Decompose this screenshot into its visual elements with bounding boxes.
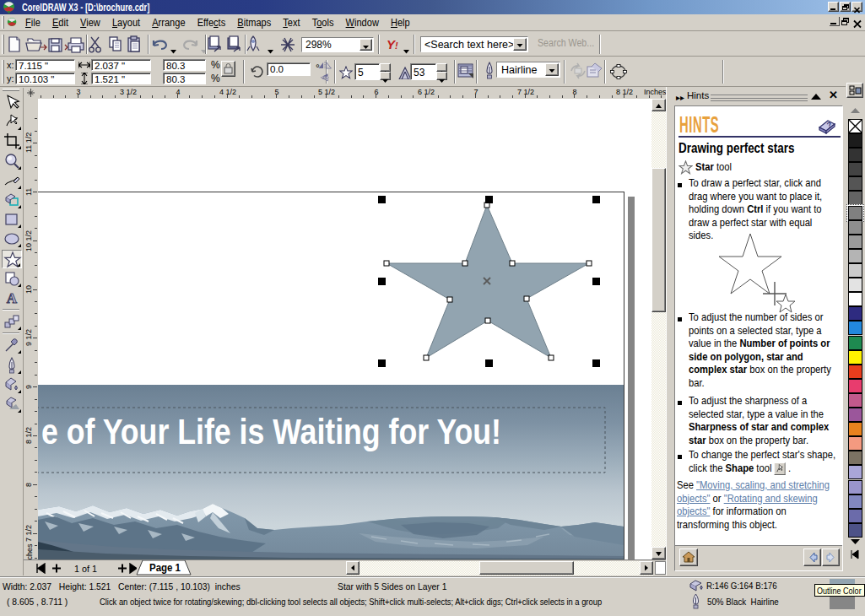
svg-text:1 of 1: 1 of 1	[74, 564, 97, 574]
svg-text:e of Your Life is Waiting for: e of Your Life is Waiting for You!	[41, 412, 501, 451]
svg-text:Page 1: Page 1	[149, 562, 181, 574]
svg-text:A: A	[7, 290, 18, 306]
